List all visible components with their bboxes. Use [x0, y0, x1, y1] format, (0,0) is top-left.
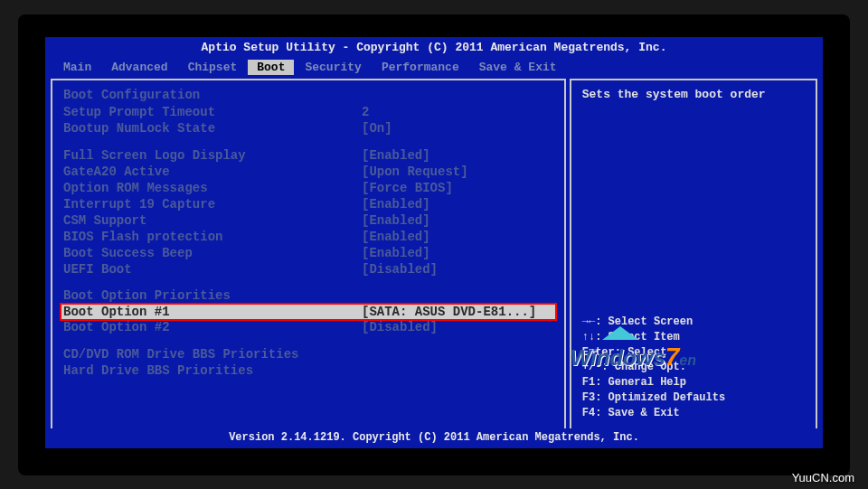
value: [Enabled]: [362, 230, 430, 244]
row-uefi-boot[interactable]: UEFI Boot [Disabled]: [63, 261, 553, 277]
footer-text: Version 2.14.1219. Copyright (C) 2011 Am…: [229, 431, 639, 444]
footer-bar: Version 2.14.1219. Copyright (C) 2011 Am…: [45, 428, 823, 447]
bios-screen: Aptio Setup Utility - Copyright (C) 2011…: [45, 37, 823, 448]
logo-text: Windows: [571, 345, 665, 370]
key-optimized: F3: Optimized Defaults: [582, 390, 805, 406]
row-bios-flash[interactable]: BIOS Flash protection [Enabled]: [63, 229, 553, 245]
value: [Enabled]: [362, 246, 430, 260]
side-panel: Sets the system boot order →←: Select Sc…: [570, 79, 817, 430]
label: CD/DVD ROM Drive BBS Priorities: [63, 347, 362, 362]
value: [Disabled]: [362, 262, 438, 277]
content-area: Boot Configuration Setup Prompt Timeout …: [45, 77, 823, 432]
value: [Enabled]: [362, 213, 430, 228]
main-panel: Boot Configuration Setup Prompt Timeout …: [51, 79, 566, 430]
label: UEFI Boot: [63, 262, 362, 277]
menu-main[interactable]: Main: [54, 60, 100, 75]
logo-num: 7: [665, 343, 680, 371]
value: [SATA: ASUS DVD-E81...]: [362, 305, 536, 319]
value: [Upon Request]: [362, 165, 468, 179]
row-int19[interactable]: Interrupt 19 Capture [Enabled]: [63, 196, 553, 212]
row-boot-option-1[interactable]: Boot Option #1 [SATA: ASUS DVD-E81...]: [60, 303, 557, 321]
menu-boot[interactable]: Boot: [248, 60, 294, 75]
help-text: Sets the system boot order: [582, 88, 805, 101]
label: CSM Support: [63, 213, 362, 228]
row-csm[interactable]: CSM Support [Enabled]: [63, 212, 553, 229]
label: Option ROM Messages: [63, 181, 362, 195]
site-watermark: YuuCN.com: [792, 471, 854, 484]
menu-advanced[interactable]: Advanced: [102, 60, 176, 75]
label: Full Screen Logo Display: [63, 148, 362, 163]
value: [Force BIOS]: [362, 181, 453, 195]
value: 2: [362, 105, 369, 119]
windows-logo-watermark: Windows7en: [571, 343, 696, 371]
row-hdd-bbs[interactable]: Hard Drive BBS Priorities: [63, 362, 553, 379]
roof-icon: [602, 326, 638, 340]
row-gatea20[interactable]: GateA20 Active [Upon Request]: [63, 164, 553, 180]
title-text: Aptio Setup Utility - Copyright (C) 2011…: [202, 41, 667, 54]
menu-bar: Main Advanced Chipset Boot Security Perf…: [45, 58, 823, 77]
menu-performance[interactable]: Performance: [373, 60, 468, 75]
section-boot-priorities: Boot Option Priorities: [63, 288, 553, 303]
row-cddvd-bbs[interactable]: CD/DVD ROM Drive BBS Priorities: [63, 346, 553, 362]
label: Setup Prompt Timeout: [63, 105, 362, 119]
section-boot-config: Boot Configuration: [63, 88, 553, 102]
label: GateA20 Active: [63, 165, 362, 179]
menu-save-exit[interactable]: Save & Exit: [470, 60, 566, 75]
title-bar: Aptio Setup Utility - Copyright (C) 2011…: [45, 37, 823, 58]
row-boot-option-2[interactable]: Boot Option #2 [Disabled]: [63, 319, 553, 335]
row-fullscreen-logo[interactable]: Full Screen Logo Display [Enabled]: [63, 147, 553, 164]
label: Hard Drive BBS Priorities: [63, 363, 362, 378]
menu-security[interactable]: Security: [296, 60, 370, 75]
value: [Enabled]: [362, 148, 430, 163]
label: Boot Option #2: [63, 320, 362, 334]
monitor-frame: Aptio Setup Utility - Copyright (C) 2011…: [18, 14, 850, 475]
menu-chipset[interactable]: Chipset: [179, 60, 247, 75]
row-numlock[interactable]: Bootup NumLock State [On]: [63, 120, 553, 136]
label: BIOS Flash protection: [63, 230, 362, 244]
row-setup-prompt[interactable]: Setup Prompt Timeout 2: [63, 104, 553, 120]
row-option-rom[interactable]: Option ROM Messages [Force BIOS]: [63, 180, 553, 196]
label: Boot Success Beep: [63, 246, 362, 260]
label: Bootup NumLock State: [63, 121, 362, 136]
label: Interrupt 19 Capture: [63, 197, 362, 212]
value: [Enabled]: [362, 197, 430, 212]
value: [Disabled]: [362, 320, 438, 334]
label: Boot Option #1: [63, 305, 362, 319]
key-save-exit: F4: Save & Exit: [582, 406, 805, 421]
key-general-help: F1: General Help: [582, 375, 805, 390]
row-boot-beep[interactable]: Boot Success Beep [Enabled]: [63, 245, 553, 261]
value: [On]: [362, 121, 392, 136]
logo-suffix: en: [679, 353, 696, 368]
